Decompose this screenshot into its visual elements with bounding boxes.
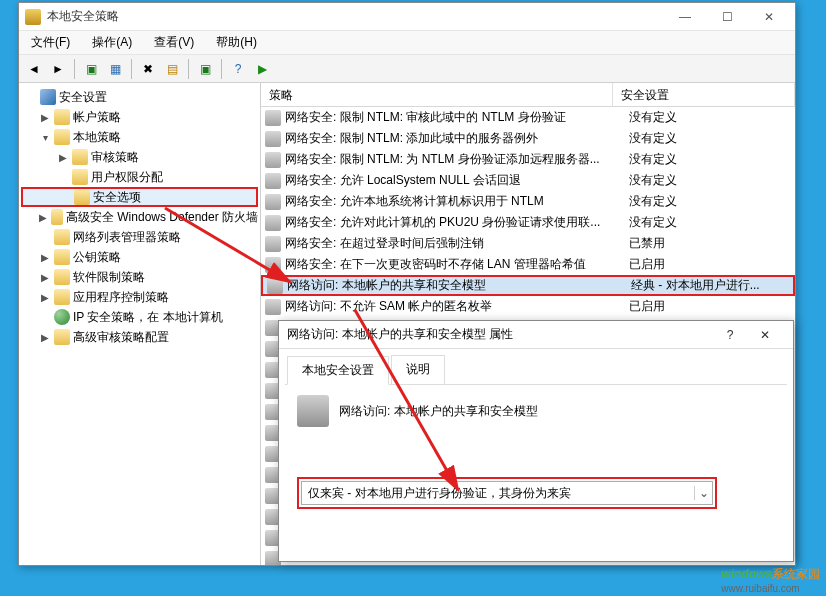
policy-name: 网络访问: 不允许 SAM 帐户的匿名枚举: [285, 298, 629, 315]
tree-expander[interactable]: ▶: [57, 152, 69, 163]
tree-expander[interactable]: ▶: [39, 332, 51, 343]
policy-row[interactable]: 网络安全: 限制 NTLM: 为 NTLM 身份验证添加远程服务器...没有定义: [261, 149, 795, 170]
policy-name: 网络安全: 允许 LocalSystem NULL 会话回退: [285, 172, 629, 189]
tree-item[interactable]: ▾本地策略: [21, 127, 258, 147]
policy-name: 网络安全: 限制 NTLM: 审核此域中的 NTLM 身份验证: [285, 109, 629, 126]
menu-view[interactable]: 查看(V): [148, 32, 200, 53]
policy-icon: [265, 152, 281, 168]
tree-item-label: 审核策略: [91, 149, 139, 166]
policy-icon: [297, 395, 329, 427]
policy-row[interactable]: 网络安全: 在下一次更改密码时不存储 LAN 管理器哈希值已启用: [261, 254, 795, 275]
watermark: windows系统家园 www.ruibaifu.com: [721, 566, 820, 594]
policy-value: 没有定义: [629, 172, 795, 189]
up-button[interactable]: ▣: [80, 58, 102, 80]
folder-icon: [54, 289, 70, 305]
security-model-combo[interactable]: 仅来宾 - 对本地用户进行身份验证，其身份为来宾 ⌄: [301, 481, 713, 505]
shield-icon: [40, 89, 56, 105]
policy-row[interactable]: 网络安全: 限制 NTLM: 添加此域中的服务器例外没有定义: [261, 128, 795, 149]
tree-item[interactable]: ▶帐户策略: [21, 107, 258, 127]
policy-name: 网络安全: 在超过登录时间后强制注销: [285, 235, 629, 252]
tree-label: 安全设置: [59, 89, 107, 106]
policy-icon: [265, 194, 281, 210]
policy-name: 网络访问: 本地帐户的共享和安全模型: [287, 277, 631, 294]
tab-explain[interactable]: 说明: [391, 355, 445, 384]
policy-value: 没有定义: [629, 151, 795, 168]
policy-value: 没有定义: [629, 214, 795, 231]
folder-icon: [54, 329, 70, 345]
tree-item[interactable]: 用户权限分配: [21, 167, 258, 187]
export-button[interactable]: ▣: [194, 58, 216, 80]
col-setting[interactable]: 安全设置: [613, 83, 795, 106]
policy-name: 网络安全: 允许对此计算机的 PKU2U 身份验证请求使用联...: [285, 214, 629, 231]
folder-icon: [54, 129, 70, 145]
policy-row[interactable]: 网络安全: 限制 NTLM: 审核此域中的 NTLM 身份验证没有定义: [261, 107, 795, 128]
tree-root[interactable]: 安全设置: [21, 87, 258, 107]
nav-tree[interactable]: 安全设置 ▶帐户策略▾本地策略▶审核策略用户权限分配安全选项▶高级安全 Wind…: [19, 83, 261, 565]
tree-expander[interactable]: ▶: [39, 212, 48, 223]
policy-icon: [265, 110, 281, 126]
policy-icon: [265, 299, 281, 315]
app-icon: [25, 9, 41, 25]
tree-item-label: IP 安全策略，在 本地计算机: [73, 309, 223, 326]
tree-item[interactable]: ▶应用程序控制策略: [21, 287, 258, 307]
policy-value: 已禁用: [629, 235, 795, 252]
tree-item-label: 应用程序控制策略: [73, 289, 169, 306]
tree-item[interactable]: ▶高级安全 Windows Defender 防火墙: [21, 207, 258, 227]
dialog-tabs: 本地安全设置 说明: [279, 349, 793, 384]
dialog-help-button[interactable]: ?: [715, 328, 745, 342]
tree-item[interactable]: ▶审核策略: [21, 147, 258, 167]
policy-name: 网络安全: 在下一次更改密码时不存储 LAN 管理器哈希值: [285, 256, 629, 273]
tree-expander[interactable]: ▶: [39, 112, 51, 123]
policy-row[interactable]: 网络访问: 本地帐户的共享和安全模型经典 - 对本地用户进行...: [261, 275, 795, 296]
tree-item[interactable]: ▶高级审核策略配置: [21, 327, 258, 347]
properties-button[interactable]: ▤: [161, 58, 183, 80]
toolbar: ◄ ► ▣ ▦ ✖ ▤ ▣ ? ▶: [19, 55, 795, 83]
policy-value: 没有定义: [629, 109, 795, 126]
folder-icon: [72, 149, 88, 165]
policy-row[interactable]: 网络安全: 允许 LocalSystem NULL 会话回退没有定义: [261, 170, 795, 191]
maximize-button[interactable]: ☐: [707, 5, 747, 29]
tree-expander[interactable]: ▾: [39, 132, 51, 143]
tree-expander[interactable]: ▶: [39, 272, 51, 283]
col-policy[interactable]: 策略: [261, 83, 613, 106]
dialog-close-button[interactable]: ✕: [745, 328, 785, 342]
tree-item-label: 网络列表管理器策略: [73, 229, 181, 246]
policy-value: 已启用: [629, 298, 795, 315]
folder-icon: [54, 249, 70, 265]
tree-item[interactable]: 安全选项: [21, 187, 258, 207]
tree-item[interactable]: IP 安全策略，在 本地计算机: [21, 307, 258, 327]
policy-name-label: 网络访问: 本地帐户的共享和安全模型: [339, 403, 538, 420]
tree-expander[interactable]: ▶: [39, 252, 51, 263]
tree-expander[interactable]: ▶: [39, 292, 51, 303]
minimize-button[interactable]: —: [665, 5, 705, 29]
titlebar: 本地安全策略 — ☐ ✕: [19, 3, 795, 31]
forward-button[interactable]: ►: [47, 58, 69, 80]
policy-row[interactable]: 网络安全: 在超过登录时间后强制注销已禁用: [261, 233, 795, 254]
tree-item-label: 安全选项: [93, 189, 141, 206]
policy-row[interactable]: 网络安全: 允许本地系统将计算机标识用于 NTLM没有定义: [261, 191, 795, 212]
tab-local-security[interactable]: 本地安全设置: [287, 356, 389, 385]
menu-file[interactable]: 文件(F): [25, 32, 76, 53]
tree-item[interactable]: ▶公钥策略: [21, 247, 258, 267]
properties-dialog: 网络访问: 本地帐户的共享和安全模型 属性 ? ✕ 本地安全设置 说明 网络访问…: [278, 320, 794, 562]
dialog-titlebar: 网络访问: 本地帐户的共享和安全模型 属性 ? ✕: [279, 321, 793, 349]
combo-value: 仅来宾 - 对本地用户进行身份验证，其身份为来宾: [302, 485, 694, 502]
policy-row[interactable]: 网络安全: 允许对此计算机的 PKU2U 身份验证请求使用联...没有定义: [261, 212, 795, 233]
menu-help[interactable]: 帮助(H): [210, 32, 263, 53]
menu-action[interactable]: 操作(A): [86, 32, 138, 53]
show-tree-button[interactable]: ▦: [104, 58, 126, 80]
menubar: 文件(F) 操作(A) 查看(V) 帮助(H): [19, 31, 795, 55]
policy-icon: [265, 236, 281, 252]
help-button[interactable]: ?: [227, 58, 249, 80]
tree-item[interactable]: ▶软件限制策略: [21, 267, 258, 287]
policy-icon: [265, 131, 281, 147]
policy-row[interactable]: 网络访问: 不允许 SAM 帐户的匿名枚举已启用: [261, 296, 795, 317]
refresh-button[interactable]: ▶: [251, 58, 273, 80]
desktop-icon: [0, 120, 16, 180]
policy-name: 网络安全: 限制 NTLM: 为 NTLM 身份验证添加远程服务器...: [285, 151, 629, 168]
back-button[interactable]: ◄: [23, 58, 45, 80]
delete-button[interactable]: ✖: [137, 58, 159, 80]
chevron-down-icon[interactable]: ⌄: [694, 486, 712, 500]
close-button[interactable]: ✕: [749, 5, 789, 29]
tree-item[interactable]: 网络列表管理器策略: [21, 227, 258, 247]
